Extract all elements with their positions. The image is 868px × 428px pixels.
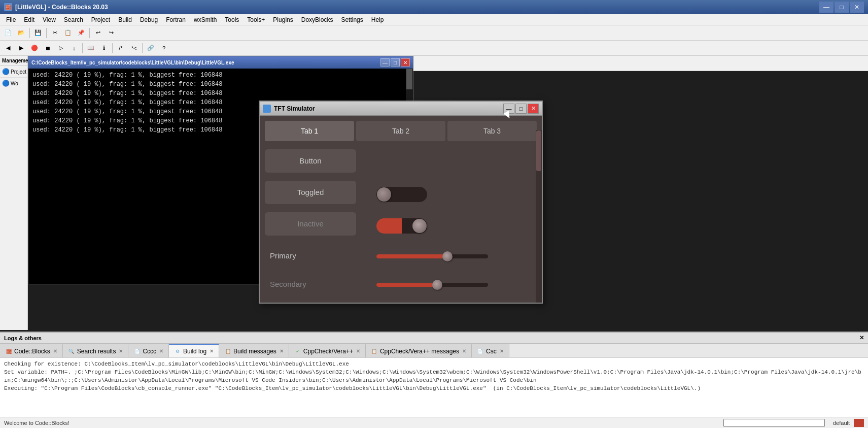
close-button[interactable]: ✕ xyxy=(850,2,864,13)
tft-scrollbar[interactable] xyxy=(536,130,542,303)
buildmsgs-tab-icon: 📋 xyxy=(224,348,231,355)
toolbar-debug-next[interactable]: ▶ xyxy=(15,42,27,54)
buildlog-tab-icon: ⚙ xyxy=(174,348,181,355)
codeblocks-tab-close[interactable]: ✕ xyxy=(53,348,57,354)
csc-tab-close[interactable]: ✕ xyxy=(500,348,504,354)
toolbar-undo[interactable]: ↩ xyxy=(92,27,104,39)
toolbar-sep2 xyxy=(46,28,47,38)
tft-toggled-btn[interactable]: Toggled xyxy=(265,181,356,204)
log-tab-search[interactable]: 🔍 Search results ✕ xyxy=(63,344,129,357)
workspace-label: Wo xyxy=(11,81,18,86)
console-minimize[interactable]: — xyxy=(380,58,390,67)
status-text: Welcome to Code::Blocks! xyxy=(4,420,723,426)
menu-doxyblocks[interactable]: DoxyBlocks xyxy=(297,15,337,24)
cppcheck-tab-close[interactable]: ✕ xyxy=(356,348,360,354)
toolbar-comment[interactable]: /* xyxy=(115,42,127,54)
toolbar-cut[interactable]: ✂ xyxy=(49,27,61,39)
console-close[interactable]: ✕ xyxy=(401,58,410,67)
menu-search[interactable]: Search xyxy=(60,15,87,24)
toolbar-doc[interactable]: 📖 xyxy=(85,42,97,54)
log-tab-cccc[interactable]: 📄 Cccc ✕ xyxy=(128,344,169,357)
toolbar-sep5 xyxy=(112,43,113,53)
secondary-slider-knob xyxy=(432,280,442,290)
tft-close[interactable]: ✕ xyxy=(528,104,539,114)
cppcheck-msgs-tab-close[interactable]: ✕ xyxy=(462,348,466,354)
cccc-tab-icon: 📄 xyxy=(133,348,141,355)
tft-tab-3[interactable]: Tab 3 xyxy=(447,121,537,141)
toggled-knob xyxy=(377,187,391,202)
toolbar-debug-play[interactable]: ▷ xyxy=(55,42,67,54)
log-tab-buildmsgs[interactable]: 📋 Build messages ✕ xyxy=(219,344,289,357)
secondary-label: Secondary xyxy=(265,280,356,288)
primary-slider-track[interactable] xyxy=(376,250,488,260)
toolbar-paste[interactable]: 📌 xyxy=(75,27,87,39)
minimize-button[interactable]: — xyxy=(819,2,834,13)
logs-close[interactable]: ✕ xyxy=(859,335,864,341)
maximize-button[interactable]: □ xyxy=(835,2,849,13)
log-tab-buildlog[interactable]: ⚙ Build log ✕ xyxy=(169,344,219,357)
log-tab-cppcheck-msgs[interactable]: 📋 CppCheck/Vera++ messages ✕ xyxy=(366,344,472,357)
menu-file[interactable]: File xyxy=(2,15,20,24)
menu-plugins[interactable]: Plugins xyxy=(269,15,297,24)
console-maximize[interactable]: □ xyxy=(391,58,400,67)
status-input-field[interactable] xyxy=(723,419,825,427)
toolbar-save[interactable]: 💾 xyxy=(32,27,44,39)
log-tab-codeblocks[interactable]: 🧱 Code::Blocks ✕ xyxy=(0,344,63,357)
menu-help[interactable]: Help xyxy=(367,15,388,24)
tft-tab-1[interactable]: Tab 1 xyxy=(265,121,354,141)
app-title: [LittleVGL] - Code::Blocks 20.03 xyxy=(15,4,819,11)
buildmsgs-tab-close[interactable]: ✕ xyxy=(280,348,284,354)
console-line-1: used: 24220 ( 19 %), frag: 1 %, biggest … xyxy=(32,71,409,80)
toolbar-open[interactable]: 📂 xyxy=(15,27,27,39)
title-bar-buttons: — □ ✕ xyxy=(819,2,864,13)
search-tab-close[interactable]: ✕ xyxy=(119,348,123,354)
codeblocks-tab-label: Code::Blocks xyxy=(14,348,50,355)
tft-simulator-window: TFT Simulator — □ ✕ Tab 1 Tab 2 Tab 3 Bu… xyxy=(259,101,543,304)
tft-maximize[interactable]: □ xyxy=(515,104,527,114)
tft-tab-2[interactable]: Tab 2 xyxy=(356,121,445,141)
toolbar-uncomment[interactable]: *< xyxy=(128,42,140,54)
toolbar-redo[interactable]: ↪ xyxy=(105,27,117,39)
toolbar-breakpoint[interactable]: 🔴 xyxy=(28,42,41,54)
tft-button-btn[interactable]: Button xyxy=(265,149,356,173)
toolbar-help[interactable]: ? xyxy=(158,42,170,54)
menu-view[interactable]: View xyxy=(39,15,60,24)
toolbar-debug-stop[interactable]: ⏹ xyxy=(42,42,54,54)
menu-tools[interactable]: Tools xyxy=(221,15,243,24)
menu-edit[interactable]: Edit xyxy=(20,15,39,24)
tft-content: Tab 1 Tab 2 Tab 3 Button Toggled Inactiv… xyxy=(260,116,542,303)
toolbar-sep1 xyxy=(29,28,30,38)
toolbar-copy[interactable]: 📋 xyxy=(62,27,74,39)
menu-debug[interactable]: Debug xyxy=(136,15,162,24)
menu-fortran[interactable]: Fortran xyxy=(162,15,190,24)
tft-inactive-btn[interactable]: Inactive xyxy=(265,212,356,236)
menu-build[interactable]: Build xyxy=(114,15,136,24)
menu-tools-plus[interactable]: Tools+ xyxy=(243,15,269,24)
csc-tab-icon: 📄 xyxy=(477,348,484,355)
cppcheck-tab-icon: ✓ xyxy=(294,348,301,355)
menu-settings[interactable]: Settings xyxy=(337,15,367,24)
tft-scrollbar-thumb[interactable] xyxy=(536,130,541,171)
toolbar-debug-prev[interactable]: ◀ xyxy=(2,42,14,54)
buildlog-tab-close[interactable]: ✕ xyxy=(210,348,214,354)
console-title: C:\CodeBlocks_Item\lv_pc_simulator\codeb… xyxy=(31,60,234,65)
toolbar-debug-step[interactable]: ↓ xyxy=(68,42,80,54)
csc-tab-label: Csc xyxy=(486,348,497,355)
log-tab-csc[interactable]: 📄 Csc ✕ xyxy=(472,344,509,357)
console-scroll-thumb[interactable] xyxy=(406,69,412,89)
toggled-row: Toggled xyxy=(265,181,537,208)
toolbar-new[interactable]: 📄 xyxy=(2,27,14,39)
workspace-tab[interactable]: 🔵 Wo xyxy=(0,78,27,89)
inactive-switch[interactable] xyxy=(376,218,427,234)
toggled-switch[interactable] xyxy=(376,187,427,202)
toolbar-link[interactable]: 🔗 xyxy=(145,42,157,54)
secondary-slider-track[interactable] xyxy=(376,279,488,289)
project-tab[interactable]: 🔵 Project xyxy=(0,66,27,78)
cccc-tab-close[interactable]: ✕ xyxy=(159,348,163,354)
log-tab-cppcheck[interactable]: ✓ CppCheck/Vera++ ✕ xyxy=(289,344,366,357)
sidebar: Management 🔵 Project 🔵 Wo xyxy=(0,56,28,330)
menu-wxsmith[interactable]: wxSmith xyxy=(190,15,221,24)
toolbar-sep6 xyxy=(142,43,143,53)
menu-project[interactable]: Project xyxy=(87,15,114,24)
toolbar-info[interactable]: ℹ xyxy=(98,42,110,54)
